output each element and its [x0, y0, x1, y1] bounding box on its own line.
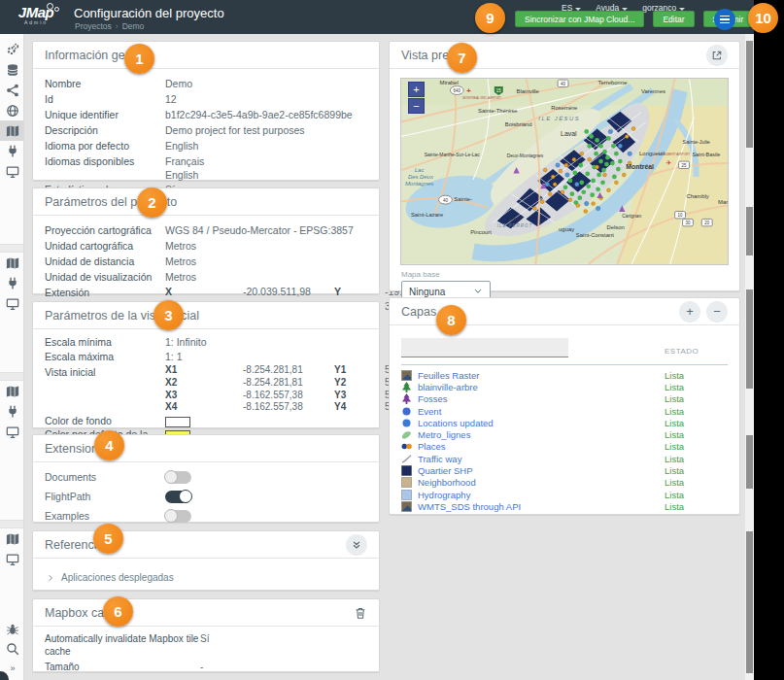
debug-button[interactable] [0, 620, 24, 639]
sync-jmap-cloud-button[interactable]: Sincronizar con JMap Cloud... [515, 11, 644, 27]
layer-name-link[interactable]: Traffic way [418, 454, 665, 464]
sidebar-item-plugins[interactable] [0, 141, 24, 161]
sidebar-item-projects-4[interactable] [0, 528, 24, 549]
sidebar-item-displays-3[interactable] [0, 422, 24, 442]
layer-name-link[interactable]: Hydrography [418, 490, 665, 500]
layer-row[interactable]: Traffic wayLista [401, 453, 728, 464]
layer-name-link[interactable]: Fosses [418, 393, 665, 404]
jmap-logo[interactable]: JMap Admin [10, 4, 62, 25]
vertical-scrollbar[interactable] [745, 34, 754, 680]
sidebar-item-projects-3[interactable] [0, 381, 24, 401]
logo-ring-icon [47, 3, 53, 10]
layer-row[interactable]: Metro_lignesLista [401, 428, 728, 440]
double-chevron-down-icon [351, 539, 362, 551]
svg-text:ILE PERROT: ILE PERROT [497, 223, 532, 228]
scrollbar-thumb[interactable] [746, 289, 753, 389]
search-icon [6, 642, 19, 656]
svg-text:Rosemère: Rosemère [551, 105, 578, 111]
scrollbar-thumb[interactable] [746, 207, 753, 255]
sidebar-item-settings[interactable] [0, 39, 24, 59]
layer-row[interactable]: HydrographyLista [401, 489, 728, 500]
svg-text:Blainville: Blainville [517, 88, 540, 94]
raster-layer-icon [401, 370, 412, 381]
sidebar-item-displays[interactable] [0, 161, 24, 182]
globe-icon [6, 104, 19, 118]
field-row: Idioma por defectoEnglish [45, 138, 367, 153]
layers-search-input[interactable] [401, 338, 568, 357]
scrollbar-thumb[interactable] [746, 435, 753, 489]
field-value: FrançaisEnglish [165, 153, 204, 182]
svg-text:Mari: Mari [718, 199, 729, 205]
edit-button[interactable]: Editar [653, 11, 694, 27]
estado-column-header: ESTADO [665, 346, 699, 357]
layer-row[interactable]: NeighborhoodLista [401, 477, 728, 489]
layer-name-link[interactable]: Feuilles Raster [418, 370, 665, 381]
sidebar-item-projects-2[interactable] [0, 253, 24, 273]
svg-text:Longueuil: Longueuil [639, 151, 665, 156]
layer-row[interactable]: Quartier SHPLista [401, 464, 728, 476]
svg-text:Deux-Montagnes: Deux-Montagnes [507, 153, 544, 158]
layer-row[interactable]: EventLista [401, 405, 728, 417]
sidebar-item-projects[interactable] [0, 120, 24, 141]
open-preview-button[interactable] [706, 45, 728, 66]
svg-text:40: 40 [443, 198, 448, 203]
svg-text:Mirabel: Mirabel [440, 80, 459, 85]
remove-layer-button[interactable]: − [706, 301, 728, 323]
scrollbar-thumb[interactable] [746, 41, 753, 148]
sidebar-item-databases[interactable] [0, 59, 24, 80]
sidebar-item-share[interactable] [0, 80, 24, 100]
map-preview[interactable]: 640 15 40 25 30 20 10 40 + MONTREAL INTL… [400, 78, 729, 265]
scrollbar-thumb[interactable] [746, 531, 753, 673]
layer-name-link[interactable]: Event [418, 406, 665, 417]
field-value: 12 [165, 91, 177, 107]
plug-icon [6, 405, 19, 419]
layer-name-link[interactable]: Neighborhood [418, 477, 665, 488]
sidebar-item-displays-4[interactable] [0, 549, 24, 569]
tree-layer-icon [401, 382, 412, 392]
extent-x-value: -20.039.511,98 [243, 285, 334, 299]
field-row: Unidad de visualizaciónMetros [45, 269, 367, 285]
layer-name-link[interactable]: Places [418, 441, 665, 452]
panel-parametros-proyecto: Parámetros del proyecto Proyección carto… [32, 187, 380, 294]
map-zoom-in-button[interactable]: + [408, 82, 425, 97]
svg-text:Boisbriand: Boisbriand [505, 121, 532, 127]
layer-row[interactable]: blainville-arbreLista [401, 381, 728, 392]
svg-text:Pincourt: Pincourt [470, 229, 492, 235]
raster-layer-icon [401, 501, 412, 512]
polygon-layer-icon [401, 477, 412, 488]
svg-text:Sainte-: Sainte- [454, 196, 472, 202]
panel-extensiones: Extensiones Documents FlightPath Example… [32, 434, 380, 523]
background-color-swatch[interactable] [165, 417, 190, 427]
examples-toggle[interactable] [165, 510, 191, 523]
layer-name-link[interactable]: Quartier SHP [418, 465, 665, 476]
layer-row[interactable]: Feuilles RasterLista [401, 369, 728, 381]
clear-cache-button[interactable] [354, 606, 367, 620]
deployed-apps-expander[interactable]: Aplicaciones desplegadas [45, 559, 367, 596]
add-layer-button[interactable]: + [679, 301, 700, 323]
layer-name-link[interactable]: Locations updated [418, 418, 665, 428]
search-button[interactable] [0, 639, 24, 659]
sidebar-item-displays-2[interactable] [0, 293, 24, 314]
basemap-selected-value: Ninguna [409, 287, 445, 297]
layer-name-link[interactable]: blainville-arbre [418, 382, 665, 392]
layer-row[interactable]: FossesLista [401, 393, 728, 405]
layer-name-link[interactable]: WMTS_SDS through API [418, 501, 665, 512]
documents-toggle[interactable] [165, 471, 191, 484]
map-canvas[interactable]: 640 15 40 25 30 20 10 40 + MONTREAL INTL… [400, 78, 729, 265]
sidebar-item-web[interactable] [0, 100, 24, 120]
page-title: Configuración del proyecto [74, 6, 224, 20]
flightpath-toggle[interactable] [165, 491, 191, 503]
layer-row[interactable]: PlacesLista [401, 441, 728, 453]
sidebar-item-plugins-2[interactable] [0, 273, 24, 293]
layer-row[interactable]: WMTS_SDS through APILista [401, 500, 728, 512]
field-value: Demo [165, 76, 192, 91]
field-value: b1f2c294-c3e5-4a9b-9ae2-ce85fc6899be [165, 107, 353, 122]
sidebar-item-plugins-3[interactable] [0, 401, 24, 422]
layer-name-link[interactable]: Metro_lignes [418, 429, 665, 440]
breadcrumb-projects[interactable]: Proyectos [75, 21, 112, 31]
collapse-all-button[interactable] [346, 534, 367, 556]
menu-button[interactable] [714, 9, 735, 30]
svg-text:Des Deux: Des Deux [408, 174, 434, 180]
map-zoom-out-button[interactable]: − [408, 98, 425, 114]
layer-row[interactable]: Locations updatedLista [401, 417, 728, 428]
